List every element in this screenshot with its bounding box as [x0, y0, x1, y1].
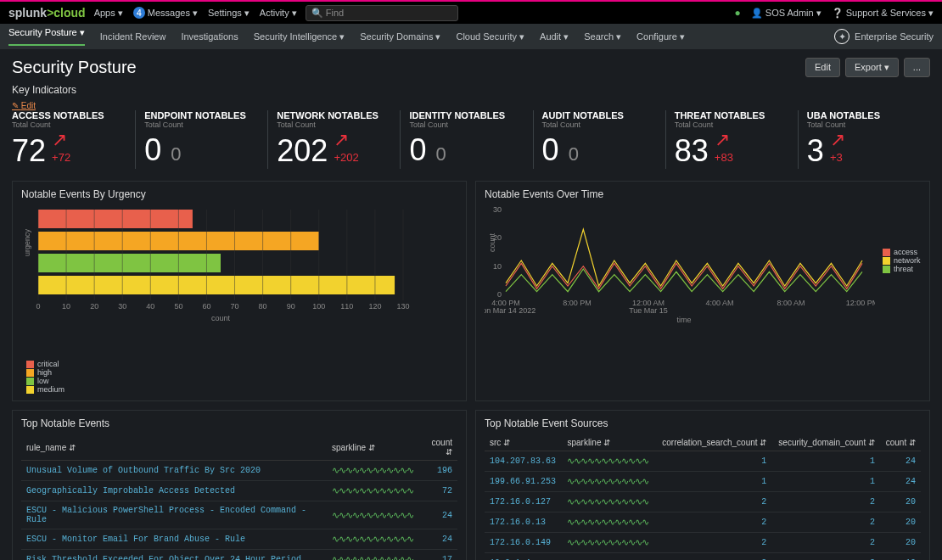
top-menu: Apps ▾4 Messages ▾Settings ▾Activity ▾ [94, 7, 297, 19]
svg-text:20: 20 [90, 302, 98, 311]
key-indicators-heading: Key Indicators [12, 84, 930, 96]
col-count[interactable]: count ⇵ [418, 434, 457, 461]
svg-text:70: 70 [231, 302, 239, 311]
urgency-panel: Notable Events By Urgency 01020304050607… [12, 181, 467, 401]
svg-text:0: 0 [36, 302, 40, 311]
nav-investigations[interactable]: Investigations [181, 31, 238, 42]
more-button[interactable]: ... [904, 58, 930, 77]
table-row[interactable]: ESCU - Malicious PowerShell Process - En… [21, 501, 457, 529]
urgency-legend: criticalhighlowmedium [26, 360, 64, 394]
health-status-icon[interactable]: ● [734, 7, 740, 19]
edit-button[interactable]: Edit [805, 58, 840, 77]
table-row[interactable]: 172.16.0.127∿∿∿∿∿∿∿∿∿∿∿∿2220 [485, 492, 921, 512]
svg-text:100: 100 [312, 302, 325, 311]
top-menu-messages[interactable]: 4 Messages ▾ [133, 7, 198, 19]
svg-text:50: 50 [174, 302, 182, 311]
nav-security-posture[interactable]: Security Posture ▾ [8, 27, 85, 46]
svg-rect-3 [38, 276, 395, 294]
col-rule[interactable]: rule_name ⇵ [21, 434, 327, 461]
svg-rect-2 [38, 254, 221, 272]
kpi-card[interactable]: UBA NOTABLESTotal Count3 ↗+3 [798, 110, 930, 169]
table-row[interactable]: ESCU - Monitor Email For Brand Abuse - R… [21, 529, 457, 550]
svg-rect-0 [38, 210, 193, 228]
svg-text:Tue Mar 15: Tue Mar 15 [629, 306, 668, 315]
es-logo-icon: ✦ [834, 29, 849, 44]
kpi-card[interactable]: ACCESS NOTABLESTotal Count72 ↗+72 [12, 110, 135, 169]
svg-text:80: 80 [259, 302, 267, 311]
events-table: rule_name ⇵ sparkline ⇵ count ⇵ Unusual … [21, 434, 457, 560]
nav-configure[interactable]: Configure ▾ [636, 31, 685, 42]
svg-text:30: 30 [118, 302, 126, 311]
svg-text:40: 40 [146, 302, 154, 311]
events-title: Top Notable Events [21, 417, 457, 429]
svg-text:0: 0 [497, 290, 502, 299]
svg-text:4:00 AM: 4:00 AM [705, 299, 733, 307]
col-corr[interactable]: correlation_search_count ⇵ [655, 434, 771, 451]
top-menu-activity[interactable]: Activity ▾ [260, 8, 297, 19]
support-menu[interactable]: ❔ Support & Services ▾ [832, 8, 934, 19]
overtime-legend: accessnetworkthreat [883, 248, 921, 273]
col-count2[interactable]: count ⇵ [880, 434, 921, 451]
user-menu[interactable]: 👤 SOS Admin ▾ [751, 8, 821, 19]
table-row[interactable]: 10.0.1.4∿∿∿∿∿∿∿∿∿∿∿∿2219 [485, 553, 921, 561]
top-menu-apps[interactable]: Apps ▾ [94, 8, 123, 19]
svg-text:count: count [488, 232, 496, 252]
kpi-card[interactable]: IDENTITY NOTABLESTotal Count0 0 [400, 110, 532, 169]
col-src[interactable]: src ⇵ [485, 434, 562, 451]
svg-text:30: 30 [493, 205, 502, 214]
nav-cloud-security[interactable]: Cloud Security ▾ [456, 31, 524, 42]
kpi-row: ACCESS NOTABLESTotal Count72 ↗+72ENDPOIN… [12, 110, 930, 169]
export-button[interactable]: Export ▾ [845, 58, 899, 77]
sources-table: src ⇵ sparkline ⇵ correlation_search_cou… [485, 434, 921, 560]
nav-search[interactable]: Search ▾ [584, 31, 621, 42]
svg-text:count: count [211, 314, 231, 322]
app-navbar: Security Posture ▾Incident ReviewInvesti… [0, 24, 942, 49]
top-menu-settings[interactable]: Settings ▾ [208, 8, 250, 19]
kpi-card[interactable]: THREAT NOTABLESTotal Count83 ↗+83 [665, 110, 798, 169]
kpi-card[interactable]: ENDPOINT NOTABLESTotal Count0 0 [135, 110, 267, 169]
table-row[interactable]: Unusual Volume of Outbound Traffic By Sr… [21, 461, 457, 481]
svg-text:130: 130 [396, 302, 409, 311]
svg-text:90: 90 [287, 302, 295, 311]
overtime-chart[interactable]: 01020304:00 PMMon Mar 14 20228:00 PM12:0… [485, 205, 875, 324]
svg-text:urgency: urgency [23, 228, 31, 256]
app-brand: ✦ Enterprise Security [834, 29, 934, 44]
nav-security-domains[interactable]: Security Domains ▾ [360, 31, 440, 42]
overtime-title: Notable Events Over Time [485, 188, 921, 200]
svg-text:12:00 PM: 12:00 PM [846, 299, 875, 307]
svg-text:60: 60 [202, 302, 210, 311]
nav-incident-review[interactable]: Incident Review [100, 31, 166, 42]
kpi-edit-link[interactable]: ✎ Edit [12, 101, 930, 110]
table-row[interactable]: 172.16.0.13∿∿∿∿∿∿∿∿∿∿∿∿2220 [485, 512, 921, 533]
urgency-title: Notable Events By Urgency [21, 188, 457, 200]
svg-text:8:00 PM: 8:00 PM [563, 299, 592, 307]
global-topbar: splunk>cloud Apps ▾4 Messages ▾Settings … [0, 0, 942, 24]
kpi-card[interactable]: AUDIT NOTABLESTotal Count0 0 [533, 110, 665, 169]
kpi-card[interactable]: NETWORK NOTABLESTotal Count202 ↗+202 [267, 110, 400, 169]
svg-text:Mon Mar 14 2022: Mon Mar 14 2022 [485, 306, 535, 315]
sources-panel: Top Notable Event Sources src ⇵ sparklin… [475, 410, 930, 560]
col-dom[interactable]: security_domain_count ⇵ [771, 434, 880, 451]
sources-title: Top Notable Event Sources [485, 417, 921, 429]
table-row[interactable]: 104.207.83.63∿∿∿∿∿∿∿∿∿∿∿∿1124 [485, 451, 921, 472]
events-panel: Top Notable Events rule_name ⇵ sparkline… [12, 410, 467, 560]
overtime-panel: Notable Events Over Time 01020304:00 PMM… [475, 181, 930, 401]
svg-text:8:00 AM: 8:00 AM [777, 299, 805, 307]
table-row[interactable]: Risk Threshold Exceeded For Object Over … [21, 550, 457, 561]
table-row[interactable]: 199.66.91.253∿∿∿∿∿∿∿∿∿∿∿∿1124 [485, 472, 921, 492]
col-spark2[interactable]: sparkline ⇵ [562, 434, 655, 451]
svg-text:time: time [676, 316, 691, 324]
urgency-chart[interactable]: 0102030405060708090100110120130counturge… [21, 205, 420, 324]
svg-text:110: 110 [340, 302, 353, 311]
table-row[interactable]: Geographically Improbable Access Detecte… [21, 481, 457, 501]
nav-security-intelligence[interactable]: Security Intelligence ▾ [254, 31, 345, 42]
nav-audit[interactable]: Audit ▾ [540, 31, 569, 42]
svg-text:120: 120 [368, 302, 381, 311]
page-title: Security Posture [12, 58, 137, 77]
svg-text:10: 10 [62, 302, 70, 311]
global-search[interactable]: 🔍 Find [306, 5, 458, 21]
svg-text:10: 10 [493, 262, 502, 271]
col-spark[interactable]: sparkline ⇵ [327, 434, 418, 461]
logo[interactable]: splunk>cloud [8, 6, 86, 20]
table-row[interactable]: 172.16.0.149∿∿∿∿∿∿∿∿∿∿∿∿2220 [485, 533, 921, 553]
